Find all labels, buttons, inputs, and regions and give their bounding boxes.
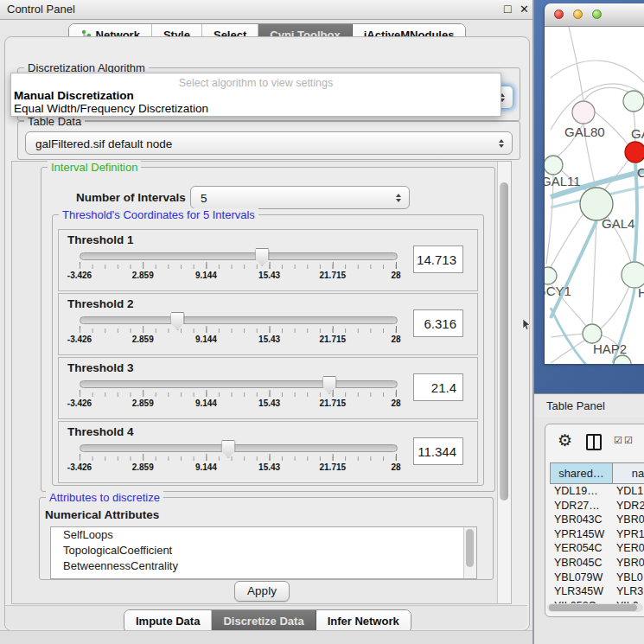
threshold-1-value-field[interactable]: 14.713 bbox=[413, 245, 463, 273]
node-gal80[interactable] bbox=[572, 101, 595, 124]
checkbox-icon[interactable]: ☑ bbox=[614, 435, 622, 446]
table-rows: YDL19… YDL1 YDR27… YDR2 YBR043C YBR0 bbox=[550, 485, 644, 614]
tick-label: 9.144 bbox=[195, 271, 217, 280]
list-item[interactable]: SelfLoops bbox=[51, 527, 476, 543]
table-row[interactable]: YBR043C YBR0 bbox=[550, 513, 644, 528]
column-layout-icon[interactable] bbox=[586, 434, 602, 450]
table-row[interactable]: YPR145W YPR1 bbox=[550, 528, 644, 543]
float-window-icon[interactable]: □ bbox=[504, 2, 511, 16]
table-data-combo[interactable]: galFiltered.sif default node bbox=[25, 131, 513, 155]
list-scrollbar[interactable] bbox=[463, 527, 476, 578]
node-label: GAL4 bbox=[602, 216, 634, 231]
table-row[interactable]: YDL19… YDL1 bbox=[550, 485, 644, 500]
table-panel-card: ⚙ ☑ ☑ shared… na YDL19… YDL1 YDR27… YDR2 bbox=[545, 424, 644, 617]
tick-label: 15.43 bbox=[258, 335, 280, 344]
table-row[interactable]: YER054C YER0 bbox=[550, 542, 644, 557]
node-top-right[interactable] bbox=[623, 91, 644, 112]
list-item[interactable]: TopologicalCoefficient bbox=[51, 543, 476, 558]
table-data-value: galFiltered.sif default node bbox=[35, 137, 172, 150]
right-panel: GAL80 GA GAL11 C GAL4 GCY1 H HAP2 Table … bbox=[534, 0, 644, 644]
numerical-attributes-list: SelfLoopsTopologicalCoefficientBetweenne… bbox=[50, 526, 477, 579]
tab-infer-network[interactable]: Infer Network bbox=[316, 610, 411, 632]
tick-label: 15.43 bbox=[258, 399, 280, 408]
network-view-window: GAL80 GA GAL11 C GAL4 GCY1 H HAP2 bbox=[545, 3, 644, 364]
tick-label: 2.859 bbox=[132, 399, 154, 408]
threshold-3-box: Threshold 3 -3.4262.8599.14415.4321.7152… bbox=[58, 357, 478, 419]
mac-zoom-icon[interactable] bbox=[592, 10, 602, 19]
node-label: C bbox=[637, 165, 644, 180]
tick-label: -3.426 bbox=[67, 335, 92, 344]
mac-close-icon[interactable] bbox=[554, 10, 564, 19]
threshold-3-slider[interactable] bbox=[80, 380, 398, 388]
checkbox-icon[interactable]: ☑ bbox=[624, 435, 633, 446]
number-of-intervals-combo[interactable]: 5 bbox=[190, 186, 410, 209]
column-header-shared[interactable]: shared… bbox=[550, 462, 613, 484]
threshold-3-value-field[interactable]: 21.4 bbox=[413, 373, 463, 401]
table-row[interactable]: YBR045C YBR0 bbox=[550, 557, 644, 571]
tick-label: 28 bbox=[391, 271, 400, 280]
node-hap2[interactable] bbox=[583, 324, 602, 343]
threshold-1-slider[interactable] bbox=[80, 252, 398, 260]
interval-definition-group: Interval Definition Number of Intervals … bbox=[41, 167, 495, 492]
tick-label: 2.859 bbox=[132, 335, 154, 344]
column-header-name[interactable]: na bbox=[612, 462, 644, 484]
combo-arrows-icon bbox=[499, 139, 504, 148]
threshold-4-box: Threshold 4 -3.4262.8599.14415.4321.7152… bbox=[58, 421, 478, 483]
control-panel: Control Panel □ ✕ Network Style Select C… bbox=[0, 0, 534, 644]
bottom-tab-strip: Impute Data Discretize Data Infer Networ… bbox=[5, 605, 527, 629]
node-gal11[interactable] bbox=[545, 156, 563, 175]
table-row[interactable]: YBL079W YBL0 bbox=[550, 571, 644, 586]
network-canvas[interactable]: GAL80 GA GAL11 C GAL4 GCY1 H HAP2 bbox=[545, 27, 644, 364]
tick-label: -3.426 bbox=[67, 271, 92, 280]
tick-label: 21.715 bbox=[320, 335, 347, 344]
tab-discretize-data[interactable]: Discretize Data bbox=[212, 610, 316, 632]
tick-label: -3.426 bbox=[67, 399, 92, 408]
tick-label: 2.859 bbox=[132, 271, 154, 280]
tick-label: 21.715 bbox=[320, 462, 347, 472]
combo-arrows-icon bbox=[396, 194, 401, 202]
node-h[interactable] bbox=[622, 262, 644, 288]
table-row[interactable]: YDR27… YDR2 bbox=[550, 500, 644, 514]
option-manual-discretization[interactable]: Manual Discretization bbox=[14, 89, 501, 102]
window-background bbox=[0, 630, 534, 644]
tab-impute-data[interactable]: Impute Data bbox=[124, 610, 212, 632]
threshold-1-box: Threshold 1 -3.4262.8599.14415.4321.7152… bbox=[58, 229, 478, 291]
threshold-2-box: Threshold 2 -3.4262.8599.14415.4321.7152… bbox=[58, 293, 478, 355]
tick-label: 15.43 bbox=[258, 271, 280, 280]
tick-label: 28 bbox=[391, 335, 400, 344]
option-equal-width-frequency[interactable]: Equal Width/Frequency Discretization bbox=[14, 102, 501, 115]
node-gcy1[interactable] bbox=[545, 267, 557, 284]
threshold-4-slider[interactable] bbox=[80, 444, 398, 452]
attributes-group: Attributes to discretize Numerical Attri… bbox=[39, 497, 494, 580]
control-panel-titlebar: Control Panel □ ✕ bbox=[0, 0, 534, 20]
horizontal-scrollbar-thumb[interactable] bbox=[549, 604, 637, 611]
algorithm-placeholder: Select algorithm to view settings bbox=[11, 77, 501, 89]
tick-label: 2.859 bbox=[132, 462, 154, 472]
vertical-scrollbar[interactable] bbox=[497, 162, 511, 603]
table-row[interactable]: YLR345W YLR3 bbox=[550, 585, 644, 600]
bottom-tab-bar: Impute Data Discretize Data Infer Networ… bbox=[124, 609, 411, 633]
node-label: GAL80 bbox=[564, 124, 605, 139]
node-label: HAP2 bbox=[593, 341, 627, 356]
table-panel-titlebar: Table Panel bbox=[534, 393, 644, 418]
algorithm-dropdown-popup: Select algorithm to view settings Manual… bbox=[10, 73, 501, 117]
node-red[interactable] bbox=[625, 142, 644, 163]
table-panel-title: Table Panel bbox=[546, 399, 605, 412]
thresholds-group: Threshold's Coordinates for 5 Intervals … bbox=[52, 214, 484, 486]
settings-scroll-area: Interval Definition Number of Intervals … bbox=[11, 161, 512, 604]
close-icon[interactable]: ✕ bbox=[520, 2, 529, 16]
tick-label: 9.144 bbox=[195, 399, 217, 408]
horizontal-scrollbar[interactable] bbox=[547, 603, 643, 612]
tick-label: 21.715 bbox=[320, 271, 347, 280]
threshold-2-value-field[interactable]: 6.316 bbox=[413, 309, 463, 337]
network-window-frame: GAL80 GA GAL11 C GAL4 GCY1 H HAP2 bbox=[534, 0, 644, 393]
vertical-scrollbar-thumb[interactable] bbox=[500, 182, 508, 501]
threshold-4-value-field[interactable]: 11.344 bbox=[413, 437, 463, 465]
list-item[interactable]: BetweennessCentrality bbox=[51, 558, 476, 574]
mac-minimize-icon[interactable] bbox=[573, 10, 583, 19]
apply-button[interactable]: Apply bbox=[234, 581, 290, 602]
mouse-cursor bbox=[522, 318, 531, 329]
gear-icon[interactable]: ⚙ bbox=[558, 431, 572, 450]
tick-label: -3.426 bbox=[67, 462, 92, 472]
threshold-2-slider[interactable] bbox=[80, 316, 398, 324]
